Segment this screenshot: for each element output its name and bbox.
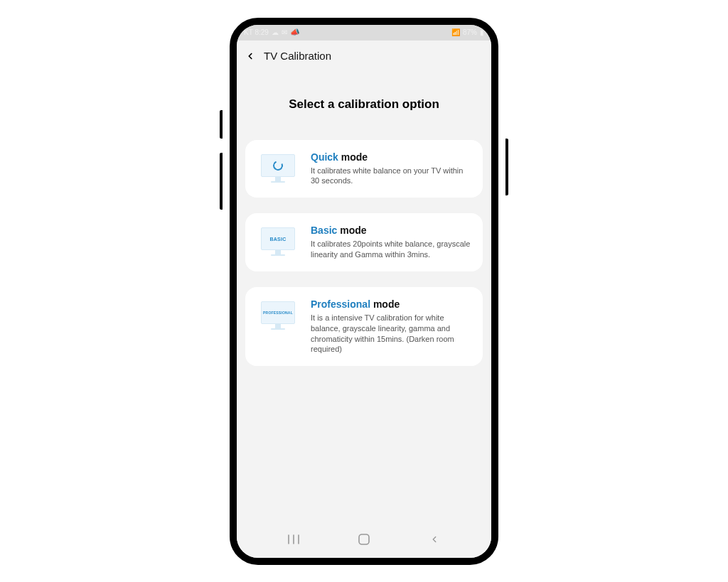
back-button[interactable]: [242, 48, 258, 64]
option-desc: It calibrates 20points white balance, gr…: [311, 239, 471, 260]
app-bar: TV Calibration: [237, 41, 491, 72]
status-bar: KT 8:29 ☁ ✉ 📣 📶 87% ▮: [237, 25, 491, 41]
option-basic[interactable]: BASIC Basic mode It calibrates 20points …: [245, 213, 483, 271]
content-area: Select a calibration option Quick mode I…: [237, 72, 491, 521]
wifi-icon: 📶: [451, 28, 460, 36]
home-button[interactable]: [343, 525, 385, 554]
svg-rect-3: [359, 534, 369, 544]
page-heading: Select a calibration option: [245, 97, 483, 112]
status-time: KT 8:29: [244, 28, 269, 36]
monitor-icon: [257, 151, 299, 187]
battery-icon: ▮: [480, 28, 484, 36]
option-professional[interactable]: PROFESSIONAL Professional mode It is a i…: [245, 287, 483, 366]
phone-frame: KT 8:29 ☁ ✉ 📣 📶 87% ▮ TV Calibration Sel…: [230, 18, 498, 565]
app-title: TV Calibration: [264, 50, 331, 62]
option-desc: It is a intensive TV calibration for whi…: [311, 313, 471, 355]
android-nav-bar: [237, 521, 491, 558]
recent-apps-button[interactable]: [272, 525, 315, 554]
option-desc: It calibrates white balance on your TV w…: [311, 166, 471, 187]
option-quick[interactable]: Quick mode It calibrates white balance o…: [245, 140, 483, 198]
battery-text: 87%: [463, 28, 477, 36]
option-title: Quick mode: [311, 151, 471, 163]
option-title: Basic mode: [311, 225, 471, 236]
notification-icon: 📣: [290, 28, 300, 37]
option-title: Professional mode: [311, 298, 471, 310]
back-nav-button[interactable]: [413, 525, 456, 554]
monitor-icon: BASIC: [257, 225, 299, 260]
monitor-icon: PROFESSIONAL: [257, 298, 299, 355]
sync-icon: [272, 159, 284, 172]
